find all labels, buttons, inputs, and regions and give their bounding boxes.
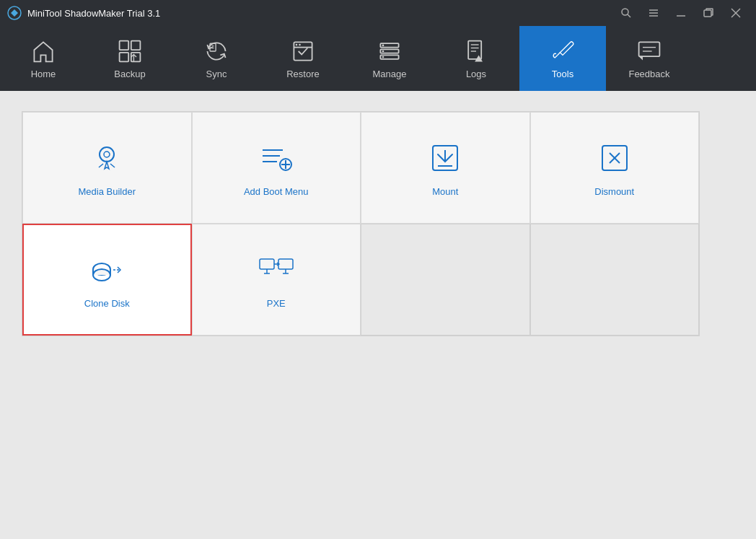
svg-line-2 (628, 14, 630, 17)
svg-rect-7 (704, 10, 711, 17)
tool-empty-2 (530, 224, 700, 336)
nav-sync[interactable]: Sync (173, 26, 260, 91)
home-icon (30, 38, 56, 64)
titlebar: MiniTool ShadowMaker Trial 3.1 (0, 0, 756, 26)
nav-manage[interactable]: Manage (346, 26, 433, 91)
titlebar-left: MiniTool ShadowMaker Trial 3.1 (7, 6, 160, 20)
svg-line-32 (558, 52, 561, 55)
svg-point-27 (382, 56, 384, 58)
nav-logs-label: Logs (466, 69, 486, 79)
restore-icon (290, 38, 316, 64)
svg-rect-55 (260, 259, 274, 269)
tools-icon (550, 38, 576, 64)
svg-point-1 (622, 9, 628, 15)
tool-dismount[interactable]: Dismount (530, 112, 700, 224)
svg-rect-11 (131, 40, 141, 50)
nav-feedback[interactable]: Feedback (606, 26, 693, 91)
tool-pxe[interactable]: PXE (192, 224, 361, 336)
search-button[interactable] (613, 3, 639, 23)
nav-backup[interactable]: Backup (87, 26, 173, 91)
nav-restore[interactable]: Restore (260, 26, 346, 91)
restore-button[interactable] (695, 3, 721, 23)
close-button[interactable] (723, 3, 749, 23)
tool-mount[interactable]: Mount (361, 112, 530, 224)
app-logo-icon (7, 6, 22, 20)
mount-icon (426, 139, 465, 178)
tool-empty-1 (361, 224, 530, 336)
add-boot-menu-icon (257, 139, 296, 178)
svg-point-26 (382, 50, 384, 52)
nav-home[interactable]: Home (0, 26, 87, 91)
titlebar-controls (613, 3, 749, 23)
tool-clone-disk-label: Clone Disk (84, 298, 130, 309)
feedback-icon (636, 38, 662, 64)
svg-point-25 (382, 44, 384, 46)
nav-home-label: Home (31, 69, 56, 79)
main-content: Media Builder Add Boot Menu Mount (0, 91, 756, 539)
tool-pxe-label: PXE (267, 298, 286, 309)
svg-rect-12 (120, 52, 129, 61)
tool-add-boot-menu[interactable]: Add Boot Menu (192, 112, 361, 224)
svg-rect-10 (120, 40, 129, 50)
nav-sync-label: Sync (206, 69, 227, 79)
tool-grid: Media Builder Add Boot Menu Mount (22, 111, 700, 336)
tool-media-builder[interactable]: Media Builder (22, 112, 192, 224)
sync-icon (203, 38, 229, 64)
svg-point-37 (104, 152, 110, 157)
menu-button[interactable] (641, 3, 667, 23)
tool-dismount-label: Dismount (594, 186, 634, 197)
nav-feedback-label: Feedback (628, 69, 669, 79)
pxe-icon (257, 250, 296, 289)
tool-clone-disk[interactable]: Clone Disk (22, 224, 192, 336)
tool-media-builder-label: Media Builder (79, 186, 136, 197)
manage-icon (377, 38, 403, 64)
nav-tools-label: Tools (552, 69, 573, 79)
nav-manage-label: Manage (373, 69, 407, 79)
svg-point-21 (299, 43, 301, 45)
nav-restore-label: Restore (286, 69, 320, 79)
nav-logs[interactable]: Logs (433, 26, 519, 91)
dismount-icon (595, 139, 634, 178)
nav-tools[interactable]: Tools (519, 26, 606, 91)
logs-icon (463, 38, 489, 64)
tool-add-boot-menu-label: Add Boot Menu (244, 186, 309, 197)
svg-rect-58 (278, 259, 293, 269)
backup-icon (117, 38, 143, 64)
navbar: Home Backup Sync (0, 26, 756, 91)
svg-rect-33 (639, 42, 660, 56)
nav-backup-label: Backup (114, 69, 145, 79)
minimize-button[interactable] (668, 3, 694, 23)
tool-mount-label: Mount (432, 186, 458, 197)
svg-point-36 (100, 147, 114, 162)
clone-disk-icon (87, 250, 126, 289)
svg-point-20 (296, 43, 298, 45)
app-title: MiniTool ShadowMaker Trial 3.1 (27, 8, 160, 19)
media-builder-icon (87, 139, 126, 178)
